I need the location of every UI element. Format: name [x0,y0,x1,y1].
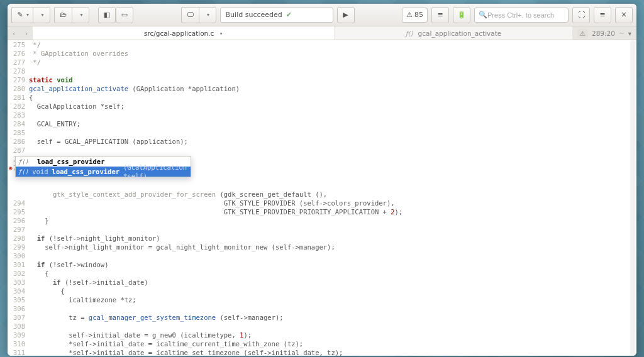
code-line[interactable]: 303 if (!self->initial_date) [8,278,636,287]
menu-icon: ≡ [598,11,607,19]
line-number[interactable]: 284 [8,119,29,128]
line-number[interactable]: 279 [8,75,29,84]
code-line[interactable]: 310 *self->initial_date = icaltime_curre… [8,339,636,348]
panel-left-button[interactable]: ◧ [98,7,116,23]
line-number[interactable]: 306 [8,304,29,313]
diagnostics-button[interactable]: ≡ [431,7,449,23]
code-line[interactable]: 306 [8,304,636,313]
warnings-button[interactable]: ⚠ 85 [402,8,428,23]
close-button[interactable]: ✕ [615,7,633,23]
panel-bottom-button[interactable]: ▭ [116,7,133,23]
device-dropdown-button[interactable]: ▾ [199,7,216,23]
line-number[interactable]: 287 [8,146,29,155]
line-number[interactable]: 281 [8,93,29,102]
tab-prev-button[interactable]: ‹ [8,26,20,40]
cursor-position: 289:20 [592,30,615,37]
code-line[interactable]: 311 *self->initial_date = icaltime_set_t… [8,348,636,356]
code-line[interactable]: 302 { [8,269,636,278]
tab-symbol[interactable]: ƒ() gcal_application_activate [335,26,572,40]
line-number[interactable]: 294 [8,199,29,207]
line-number[interactable]: 310 [8,339,29,348]
line-number[interactable]: 301 [8,260,29,269]
code-line[interactable]: 304 { [8,287,636,295]
code-line[interactable]: 278 [8,67,636,75]
device-menu-button[interactable]: 🖵 [181,7,199,23]
hamburger-button[interactable]: ≡ [594,7,611,23]
edit-menu-button[interactable]: ✎▾ [11,7,33,23]
line-number[interactable]: 307 [8,313,29,322]
code-line[interactable]: 280gcal_application_activate (GApplicati… [8,84,636,93]
code-line[interactable]: 300 [8,251,636,260]
search-icon: 🔍 [479,11,487,19]
code-line[interactable]: 308 [8,322,636,331]
line-number[interactable]: 298 [8,234,29,243]
code-line[interactable]: 307 tz = gcal_manager_get_system_timezon… [8,313,636,322]
line-number[interactable]: 296 [8,216,29,225]
code-line[interactable]: gtk_style_context_add_provider_for_scree… [8,190,636,199]
line-number[interactable]: 286 [8,137,29,146]
open-dropdown-button[interactable]: ▾ [72,7,89,23]
code-line[interactable]: 279static void [8,75,636,84]
code-line[interactable]: 295 GTK_STYLE_PROVIDER_PRIORITY_APPLICAT… [8,207,636,216]
line-number[interactable]: 277 [8,58,29,67]
run-button[interactable]: ▶ [337,7,355,23]
header-bar: ✎▾ ▾ 🗁 ▾ ◧ ▭ 🖵 ▾ Build succeeded ✔ ▶ ⚠ 8… [8,4,636,26]
line-number[interactable]: 285 [8,128,29,137]
line-number[interactable]: 302 [8,269,29,278]
edit-dropdown-button[interactable]: ▾ [33,7,50,23]
code-line[interactable]: 286 self = GCAL_APPLICATION (application… [8,137,636,146]
line-number[interactable]: 276 [8,49,29,58]
tab-next-button[interactable]: › [20,26,33,40]
tab-source-file[interactable]: src/gcal-application.c [33,26,335,40]
code-line[interactable]: 282 GcalApplication *self; [8,102,636,111]
line-number[interactable]: 299 [8,243,29,251]
code-line[interactable]: 305 icaltimezone *tz; [8,295,636,304]
code-line[interactable]: 277 */ [8,58,636,67]
search-input[interactable] [487,11,564,19]
line-number[interactable]: 303 [8,278,29,287]
line-number[interactable]: 308 [8,322,29,331]
code-line[interactable]: 285 [8,128,636,137]
symbol-kind-icon: ƒ() [18,167,28,176]
code-line[interactable]: 301 if (!self->window) [8,260,636,269]
code-line[interactable]: 281{ [8,93,636,102]
line-number[interactable]: 275 [8,40,29,49]
line-number[interactable]: 304 [8,287,29,295]
line-number[interactable]: 311 [8,348,29,356]
line-number[interactable]: 300 [8,251,29,260]
line-number[interactable]: 295 [8,207,29,216]
global-search[interactable]: 🔍 [474,8,569,23]
line-number[interactable]: 278 [8,67,29,75]
line-number[interactable]: 280 [8,84,29,93]
line-number[interactable]: 309 [8,331,29,339]
code-line[interactable]: 275 */ [8,40,636,49]
folder-open-icon: 🗁 [59,11,68,19]
code-line[interactable]: 287 [8,146,636,155]
line-number[interactable]: 297 [8,225,29,234]
line-number[interactable]: 282 [8,102,29,111]
panel-bottom-icon: ▭ [120,11,129,19]
line-number[interactable] [8,190,29,199]
code-line[interactable]: 299 self->night_light_monitor = gcal_nig… [8,243,636,251]
check-icon: ✔ [286,11,292,19]
line-number[interactable]: 305 [8,295,29,304]
scrollbar[interactable] [630,40,635,356]
build-status-pill[interactable]: Build succeeded ✔ [220,8,333,23]
code-line[interactable]: 283 [8,111,636,119]
code-line[interactable]: 294 GTK_STYLE_PROVIDER (self->colors_pro… [8,199,636,207]
fullscreen-button[interactable]: ⛶ [572,7,590,23]
expand-icon: ⛶ [577,11,586,19]
code-line[interactable]: 309 self->initial_date = g_new0 (icaltim… [8,331,636,339]
autocomplete-item[interactable]: ƒ()voidload_css_provider (GcalApplicatio… [16,167,191,177]
code-line[interactable]: 298 if (!self->night_light_monitor) [8,234,636,243]
tab-status: ⚠ 289:20 ~ ▾ [572,26,636,40]
code-line[interactable]: 276 * GApplication overrides [8,49,636,58]
code-line[interactable]: 297 [8,225,636,234]
code-editor[interactable]: 275 */276 * GApplication overrides277 */… [8,40,636,356]
chevron-down-icon[interactable]: ▾ [628,30,631,37]
code-line[interactable]: 296 } [8,216,636,225]
code-line[interactable]: 284 GCAL_ENTRY; [8,119,636,128]
line-number[interactable]: 283 [8,111,29,119]
power-button[interactable]: 🔋 [453,7,470,23]
open-menu-button[interactable]: 🗁 [54,7,72,23]
